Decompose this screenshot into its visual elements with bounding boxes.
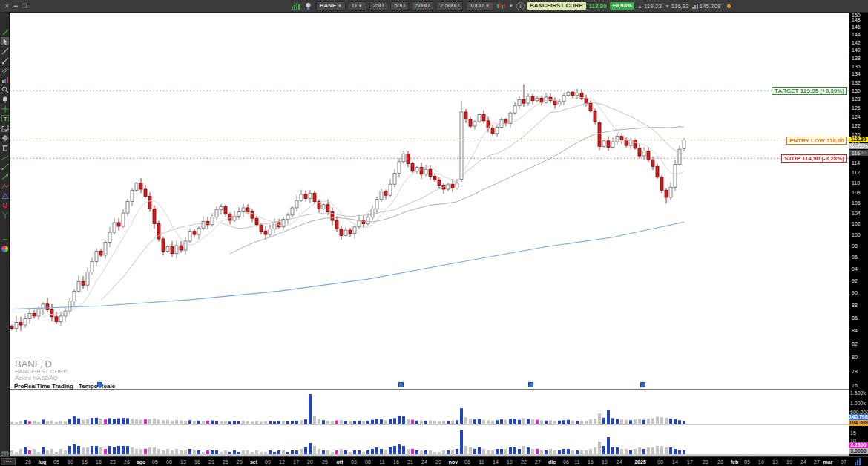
restore-window-icon[interactable]: ❐ bbox=[22, 3, 27, 10]
chevron-down-icon: ▼ bbox=[358, 2, 363, 10]
timeframe-selector[interactable]: D▼ bbox=[349, 1, 366, 11]
cursor-icon[interactable] bbox=[1, 37, 9, 45]
chart-canvas[interactable] bbox=[10, 13, 849, 456]
duplicate-icon[interactable] bbox=[1, 124, 9, 132]
date-tick-label: 28 bbox=[717, 459, 723, 465]
date-tick-label: 23 bbox=[703, 459, 708, 465]
magnet-icon[interactable] bbox=[1, 201, 9, 209]
green-segment-icon[interactable] bbox=[1, 163, 9, 171]
symbol-label: BANF bbox=[320, 2, 336, 10]
current-volume-label: 145.708 bbox=[849, 414, 868, 420]
date-tick-label: 11 bbox=[574, 459, 579, 465]
ray-line-icon[interactable] bbox=[1, 56, 9, 65]
price-tick-label: 116 bbox=[852, 151, 860, 156]
scroll-to-latest-icon[interactable] bbox=[855, 458, 861, 465]
date-tick-label: 05 bbox=[53, 459, 59, 465]
parallel-channel-icon[interactable] bbox=[1, 66, 9, 74]
settings-gear-icon[interactable] bbox=[1, 134, 9, 142]
dividend-event-marker[interactable] bbox=[398, 382, 404, 387]
move-cross-icon[interactable] bbox=[1, 105, 9, 113]
date-tick-label: 16 bbox=[588, 459, 594, 465]
date-tick-label: 24 bbox=[617, 459, 622, 465]
date-tick-label: 03 bbox=[351, 459, 357, 465]
alerts-bell-icon[interactable] bbox=[1, 95, 9, 103]
date-tick-label: 23 bbox=[110, 459, 116, 465]
chart-style-icon[interactable] bbox=[496, 2, 506, 10]
price-tick-label: 114 bbox=[852, 160, 860, 165]
green-arrow-icon[interactable] bbox=[1, 172, 9, 180]
price-tick-label: 104 bbox=[852, 211, 861, 216]
target-level-label[interactable]: TARGET 129,95 (+9,39%) bbox=[772, 87, 847, 95]
change-percent-badge: +0,93% bbox=[610, 2, 634, 10]
trendline-icon[interactable] bbox=[1, 47, 9, 55]
small-dash-icon[interactable] bbox=[1, 235, 9, 243]
date-tick-label: 17 bbox=[687, 459, 693, 465]
price-tick-label: 88 bbox=[852, 303, 858, 308]
entry-level-label[interactable]: ENTRY LOW 118,80 bbox=[786, 137, 847, 145]
units-selected-dropdown[interactable]: 100U▼ bbox=[466, 1, 493, 11]
svg-text:T: T bbox=[3, 115, 7, 122]
lightbulb-icon[interactable] bbox=[303, 2, 313, 10]
info-icon[interactable]: i bbox=[516, 2, 525, 10]
green-line-icon[interactable] bbox=[1, 153, 9, 161]
symbol-selector[interactable]: BANF▼ bbox=[316, 1, 346, 11]
color-wheel-icon[interactable] bbox=[1, 245, 9, 253]
delete-trash-icon[interactable] bbox=[1, 143, 9, 151]
price-tick-label: 86 bbox=[852, 315, 858, 321]
date-tick-label: 18 bbox=[96, 459, 102, 465]
date-tick-label: 13 bbox=[772, 459, 778, 465]
minimize-window-icon[interactable]: ━ bbox=[14, 3, 18, 10]
date-tick-label: mar bbox=[823, 459, 833, 465]
long-term-ma-line bbox=[12, 222, 684, 309]
units-2500-button[interactable]: 2.500U bbox=[436, 1, 463, 11]
indicator-window-icon[interactable] bbox=[1, 76, 9, 84]
units-25-button[interactable]: 25U bbox=[369, 1, 388, 11]
arrow-up-icon: ▲ bbox=[637, 4, 642, 9]
date-tick-label: 10 bbox=[68, 459, 73, 465]
date-tick-label: 17 bbox=[293, 459, 299, 465]
date-tick-label: 14 bbox=[493, 459, 499, 465]
top-toolbar: ✕ ━ ❐ BANF▼ D▼ 25U 50U 500U 2.500U 100U▼… bbox=[0, 0, 868, 13]
volume-scale-label: 1.500k bbox=[850, 390, 866, 396]
volume-bars-icon bbox=[692, 3, 698, 9]
date-tick-label: 29 bbox=[435, 459, 441, 465]
date-tick-label: ago bbox=[137, 459, 145, 465]
units-500-button[interactable]: 500U bbox=[412, 1, 433, 11]
date-tick-label: 26 bbox=[25, 459, 31, 465]
more-options-button[interactable]: ⋯ bbox=[1, 458, 16, 465]
fibonacci-icon[interactable] bbox=[1, 182, 9, 190]
chevron-down-icon: ▼ bbox=[338, 2, 342, 10]
date-tick-label: lug bbox=[39, 459, 47, 465]
date-tick-label: 2025 bbox=[634, 459, 646, 465]
price-tick-label: 98 bbox=[852, 243, 858, 249]
draw-pencil-icon[interactable] bbox=[1, 27, 9, 36]
price-axis[interactable]: 118,80 31m39s 118,80 1501481461441421401… bbox=[849, 13, 868, 456]
price-tick-label: 132 bbox=[852, 80, 861, 85]
indicator-scale-label: 15 bbox=[850, 430, 856, 436]
dividend-event-marker[interactable] bbox=[97, 382, 102, 387]
chevron-down-icon[interactable]: ▼ bbox=[509, 4, 513, 8]
chart-symbol-timeframe: BANF, D bbox=[15, 361, 68, 368]
units-50-button[interactable]: 50U bbox=[390, 1, 409, 11]
price-tick-label: 102 bbox=[852, 221, 861, 226]
date-tick-label: 21 bbox=[407, 459, 413, 465]
pitchfork-icon[interactable] bbox=[1, 211, 9, 219]
price-tick-label: 106 bbox=[852, 200, 861, 206]
date-tick-label: 12 bbox=[279, 459, 285, 465]
dividend-event-marker[interactable] bbox=[528, 382, 533, 387]
date-tick-label: 13 bbox=[180, 459, 186, 465]
text-tool-icon[interactable]: T bbox=[1, 114, 9, 122]
date-tick-label: 11 bbox=[379, 459, 384, 465]
pattern-tool-icon[interactable] bbox=[1, 191, 9, 200]
price-tick-label: 108 bbox=[852, 190, 861, 195]
dividend-event-marker[interactable] bbox=[640, 382, 645, 387]
stop-level-label[interactable]: STOP 114,90 (-3,28%) bbox=[781, 154, 847, 163]
candles-layer bbox=[10, 84, 685, 332]
volume-scale-label: 1.000k bbox=[850, 401, 866, 406]
time-axis[interactable]: 26lug051015182326ago05081316212629set091… bbox=[0, 456, 868, 466]
date-tick-label: dic bbox=[548, 459, 556, 465]
close-window-icon[interactable]: ✕ bbox=[4, 3, 10, 10]
timeframe-label: D bbox=[352, 2, 357, 10]
volume-histogram-icon[interactable] bbox=[291, 2, 300, 10]
zoom-icon[interactable] bbox=[1, 85, 9, 93]
